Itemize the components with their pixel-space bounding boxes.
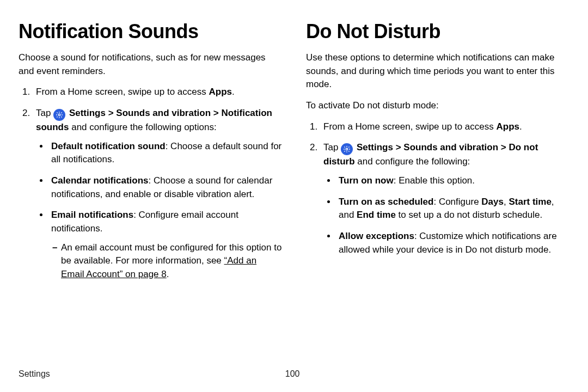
chevron-icon: >: [498, 142, 509, 152]
option-turn-on-now: Turn on now: Enable this option.: [336, 174, 569, 188]
text-sched-d: to set up a do not disturb schedule.: [396, 210, 542, 220]
step-1-text-a: From a Home screen, swipe up to access: [323, 121, 496, 132]
step-1-apps: Apps: [496, 121, 519, 132]
steps-list: From a Home screen, swipe up to access A…: [19, 85, 282, 281]
step-2: Tap Settings > Sounds and vibration > Do…: [320, 141, 569, 256]
text-sched-a: : Configure: [433, 197, 481, 207]
label-email: Email notifications: [51, 210, 133, 220]
lead-text: To activate Do not disturb mode:: [306, 99, 569, 113]
step-1-text-a: From a Home screen, swipe up to access: [36, 87, 209, 97]
email-subnote: An email account must be configured for …: [61, 241, 282, 281]
comma-b: ,: [504, 197, 509, 207]
text-turn-on-now: : Enable this option.: [394, 175, 475, 186]
step-2-tail: and configure the following:: [355, 156, 470, 167]
gear-icon: [341, 143, 353, 155]
email-subnote-list: An email account must be configured for …: [51, 241, 282, 281]
step-1-period: .: [519, 121, 522, 132]
label-end-time: End time: [357, 210, 396, 220]
step-2: Tap Settings > Sounds and vibration > No…: [33, 107, 282, 281]
label-days: Days: [481, 197, 504, 207]
svg-point-0: [58, 114, 60, 116]
step-1: From a Home screen, swipe up to access A…: [33, 85, 282, 99]
chevron-icon: >: [106, 108, 116, 118]
heading-notification-sounds: Notification Sounds: [19, 17, 282, 46]
label-default-sound: Default notification sound: [51, 141, 166, 151]
options-list: Default notification sound: Choose a def…: [36, 140, 282, 281]
option-calendar: Calendar notifications: Choose a sound f…: [49, 174, 282, 201]
heading-do-not-disturb: Do Not Disturb: [306, 17, 569, 46]
step-2-tap: Tap: [323, 142, 341, 152]
intro-text: Use these options to determine which not…: [306, 51, 569, 91]
step-1-apps: Apps: [209, 87, 232, 97]
step-1: From a Home screen, swipe up to access A…: [320, 120, 569, 134]
step-2-settings: Settings: [357, 142, 393, 152]
steps-list: From a Home screen, swipe up to access A…: [306, 120, 569, 256]
content-columns: Notification Sounds Choose a sound for n…: [19, 17, 569, 289]
chevron-icon: >: [393, 142, 403, 152]
page-footer: Settings 100: [19, 367, 569, 380]
option-allow-exceptions: Allow exceptions: Customize which notifi…: [336, 230, 569, 256]
label-turn-on-now: Turn on now: [339, 175, 394, 186]
step-2-tap: Tap: [36, 108, 53, 118]
col-do-not-disturb: Do Not Disturb Use these options to dete…: [306, 17, 569, 289]
step-1-period: .: [232, 87, 235, 97]
step-2-sounds-vibration: Sounds and vibration: [403, 142, 498, 152]
intro-text: Choose a sound for notifications, such a…: [19, 51, 282, 78]
step-2-sounds-vibration: Sounds and vibration: [116, 108, 211, 118]
label-allow-exceptions: Allow exceptions: [339, 231, 414, 241]
options-list: Turn on now: Enable this option. Turn on…: [323, 174, 569, 256]
step-2-settings: Settings: [69, 108, 106, 118]
label-scheduled: Turn on as scheduled: [339, 197, 433, 207]
label-calendar: Calendar notifications: [51, 175, 149, 186]
gear-icon: [53, 109, 65, 121]
col-notification-sounds: Notification Sounds Choose a sound for n…: [19, 17, 282, 289]
chevron-icon: >: [211, 108, 221, 118]
option-scheduled: Turn on as scheduled: Configure Days, St…: [336, 195, 569, 222]
label-start-time: Start time: [509, 197, 551, 207]
subnote-period: .: [167, 269, 169, 279]
step-2-tail: and configure the following options:: [69, 122, 216, 132]
svg-point-1: [346, 149, 348, 151]
option-email: Email notifications: Configure email acc…: [49, 209, 282, 281]
footer-page-number: 100: [285, 367, 300, 380]
option-default-sound: Default notification sound: Choose a def…: [49, 140, 282, 167]
footer-section: Settings: [19, 367, 50, 380]
